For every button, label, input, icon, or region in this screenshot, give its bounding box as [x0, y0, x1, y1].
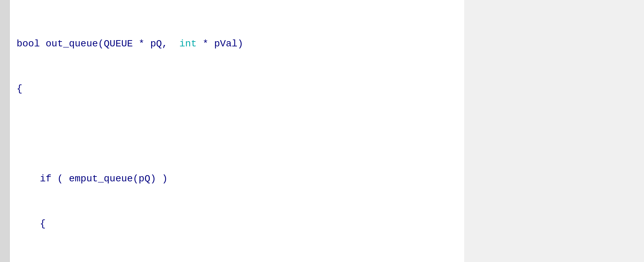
- code-text: if ( emput_queue(pQ) ): [17, 173, 168, 184]
- code-line-2: {: [17, 81, 464, 96]
- code-text: * pVal): [197, 38, 243, 49]
- code-line-4: if ( emput_queue(pQ) ): [17, 171, 464, 186]
- keyword-bool: bool: [17, 38, 40, 49]
- code-line-5: {: [17, 216, 464, 231]
- code-line-3: [17, 126, 464, 141]
- left-gutter: [0, 0, 10, 262]
- editor-container: bool out_queue(QUEUE * pQ, int * pVal) {…: [0, 0, 644, 262]
- right-panel: [464, 0, 644, 262]
- code-line-1: bool out_queue(QUEUE * pQ, int * pVal): [17, 36, 464, 51]
- keyword-int: int: [179, 38, 196, 49]
- code-editor[interactable]: bool out_queue(QUEUE * pQ, int * pVal) {…: [10, 0, 464, 262]
- code-text: out_queue(QUEUE * pQ,: [40, 38, 179, 49]
- code-text: [17, 128, 22, 139]
- code-text: {: [17, 218, 46, 229]
- code-text: {: [17, 83, 22, 94]
